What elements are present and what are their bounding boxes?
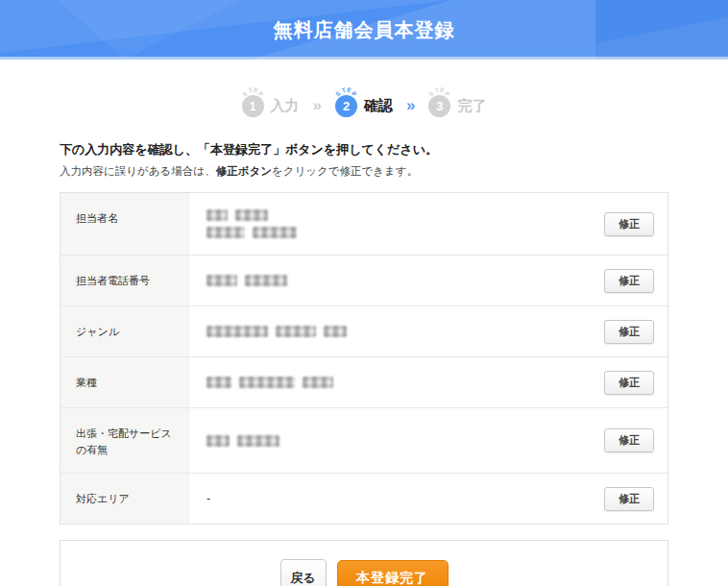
step-separator-icon: » — [313, 96, 322, 115]
row-label: ジャンル — [61, 306, 189, 356]
redacted-text-block — [245, 275, 287, 286]
submit-registration-button[interactable]: 本登録完了 — [337, 560, 449, 586]
edit-button[interactable]: 修正 — [604, 212, 654, 236]
row-label: 担当者名 — [61, 193, 189, 255]
row-label: 出張・宅配サービスの有無 — [61, 408, 189, 473]
instruction-main-text: 下の入力内容を確認し、「本登録完了」ボタンを押してください。 — [60, 141, 668, 159]
redacted-text-block — [206, 227, 245, 238]
row-label: 対応エリア — [61, 474, 189, 524]
instruction-sub-text: 入力内容に誤りがある場合は、修正ボタンをクリックで修正できます。 — [60, 164, 668, 179]
table-row: 担当者名 修正 — [61, 193, 667, 255]
step-separator-icon: » — [406, 96, 415, 115]
redacted-text-block — [206, 326, 268, 337]
edit-button[interactable]: 修正 — [604, 487, 654, 511]
table-row: ジャンル 修正 — [61, 305, 667, 356]
step-label-confirm: 確認 — [364, 97, 393, 115]
step-item-complete: STEP 3 完了 — [428, 87, 486, 117]
step-indicator: STEP 1 入力 » STEP 2 確認 » STEP 3 完了 — [0, 83, 728, 121]
step-item-input: STEP 1 入力 — [242, 87, 300, 117]
table-row: 対応エリア - 修正 — [61, 473, 667, 524]
step-item-confirm: STEP 2 確認 — [335, 87, 393, 117]
table-row: 出張・宅配サービスの有無 修正 — [61, 407, 667, 473]
header-bottom-strip — [0, 57, 728, 60]
row-label: 業種 — [61, 357, 189, 407]
redacted-text-block — [206, 209, 228, 221]
redacted-text-block — [237, 435, 279, 447]
edit-button[interactable]: 修正 — [604, 371, 654, 395]
step-label-input: 入力 — [271, 97, 300, 115]
redacted-text-block — [253, 227, 297, 238]
step-label-complete: 完了 — [457, 97, 486, 115]
row-value-redacted — [189, 256, 604, 305]
row-label: 担当者電話番号 — [61, 256, 189, 305]
instructions: 下の入力内容を確認し、「本登録完了」ボタンを押してください。 入力内容に誤りがあ… — [60, 141, 668, 179]
table-row: 業種 修正 — [61, 356, 667, 407]
redacted-text-block — [206, 377, 231, 388]
redacted-text-block — [324, 326, 347, 337]
redacted-text-block — [303, 377, 333, 388]
step-word-arc: STEP — [335, 86, 357, 96]
step-word-arc: STEP — [428, 86, 450, 96]
row-value: - — [189, 474, 604, 524]
row-value-redacted — [189, 357, 604, 407]
row-value-redacted — [189, 408, 604, 473]
back-button[interactable]: 戻る — [280, 559, 327, 586]
row-value-redacted — [189, 306, 604, 356]
row-value-redacted — [189, 193, 604, 255]
footer-action-bar: 戻る 本登録完了 — [60, 540, 668, 586]
step-word-arc: STEP — [242, 86, 264, 96]
confirmation-table: 担当者名 修正 担当者電話番号 修正 ジャンル 修正 業種 修正 — [60, 192, 668, 525]
page-title: 無料店舗会員本登録 — [274, 17, 455, 43]
redacted-text-block — [276, 326, 316, 337]
redacted-text-block — [206, 435, 230, 447]
edit-button[interactable]: 修正 — [604, 320, 654, 344]
redacted-text-block — [206, 275, 237, 286]
edit-button[interactable]: 修正 — [604, 269, 654, 293]
table-row: 担当者電話番号 修正 — [61, 255, 667, 305]
redacted-text-block — [239, 377, 295, 388]
page-header: 無料店舗会員本登録 — [0, 0, 728, 60]
redacted-text-block — [235, 209, 268, 221]
edit-button[interactable]: 修正 — [604, 428, 654, 452]
